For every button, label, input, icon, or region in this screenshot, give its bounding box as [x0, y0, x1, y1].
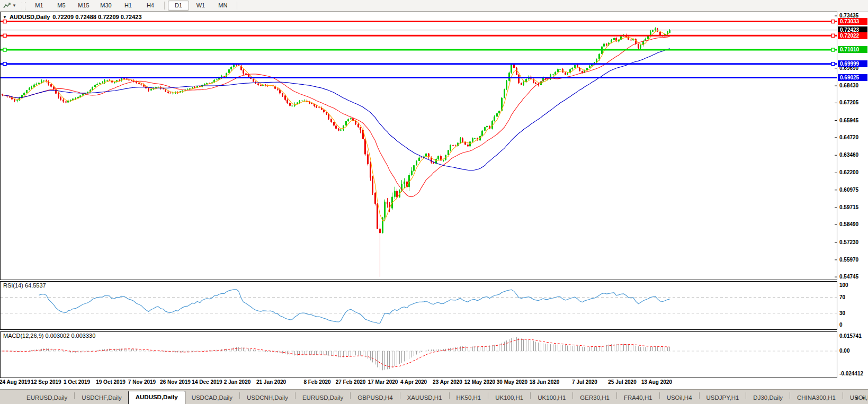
chart-tab-eurusd-daily[interactable]: EURUSD,Daily [296, 392, 350, 404]
chart-tab-dj30-daily[interactable]: DJ30,Daily [747, 392, 789, 404]
timeframe-button-m15[interactable]: M15 [73, 1, 94, 11]
date-tick-label: 12 Sep 2019 [31, 379, 61, 385]
tab-separator [699, 392, 700, 399]
chart-tab-usdjpy-h1[interactable]: USDJPY,H1 [700, 392, 746, 404]
toolbar-separator [164, 2, 165, 10]
time-axis[interactable]: 24 Aug 201912 Sep 20191 Oct 201919 Oct 2… [0, 379, 837, 388]
date-tick-label: 7 Jul 2020 [572, 379, 597, 385]
tab-separator [790, 392, 790, 399]
collapse-triangle-icon[interactable]: ▼ [3, 15, 7, 20]
price-tick-label: 0.63460 [839, 152, 858, 158]
price-tick-label: 0.65945 [839, 118, 858, 123]
price-tick-label: 0.60975 [839, 187, 858, 193]
price-axis[interactable]: 0.734350.696900.684300.672050.659450.647… [837, 0, 868, 389]
timeframe-button-w1[interactable]: W1 [190, 1, 211, 11]
price-tick-label: 0.68430 [839, 83, 858, 88]
price-tick-label: 0.59715 [839, 204, 858, 210]
date-tick-label: 8 Feb 2020 [303, 379, 330, 385]
chevron-down-icon[interactable]: ▼ [12, 3, 16, 8]
timeframe-button-m30[interactable]: M30 [95, 1, 117, 11]
price-tick-label: 0.57230 [839, 239, 858, 245]
chart-tab-bar: EURUSD,DailyUSDCHF,DailyAUDUSD,DailyUSDC… [0, 389, 868, 404]
date-tick-label: 1 Oct 2019 [64, 379, 90, 385]
chart-tab-xauusd-h1[interactable]: XAUUSD,H1 [401, 392, 449, 404]
price-tick-label: 0.64720 [839, 134, 858, 140]
price-tick-label: 0.54745 [839, 274, 858, 280]
hline-price-tag: 0.73033 [838, 18, 867, 25]
toolbar-separator [237, 2, 237, 10]
date-tick-label: 25 Jul 2020 [608, 379, 636, 385]
chart-tab-audusd-daily[interactable]: AUDUSD,Daily [128, 391, 185, 404]
date-tick-label: 17 Mar 2020 [368, 379, 398, 385]
rsi-tick-label: 100 [839, 282, 848, 288]
rsi-tick-label: 30 [839, 310, 845, 316]
chart-cursor-tool-icon[interactable] [2, 2, 12, 10]
trading-terminal-window: ▼ M1M5M15M30H1H4D1W1MN ▼ AUDUSD,Daily 0.… [0, 0, 868, 404]
price-tick-label: 0.58490 [839, 221, 858, 227]
price-chart-canvas[interactable] [0, 0, 837, 378]
chart-tab-usdcad-daily[interactable]: USDCAD,Daily [185, 392, 239, 404]
chart-tab-gbpusd-h4[interactable]: GBPUSD,H4 [351, 392, 399, 404]
date-tick-label: 19 Oct 2019 [96, 379, 126, 385]
tab-separator [239, 392, 240, 399]
tab-separator [400, 392, 400, 399]
chart-tab-eurusd-daily[interactable]: EURUSD,Daily [20, 392, 74, 404]
date-tick-label: 23 Apr 2020 [433, 379, 462, 385]
timeframe-button-m1[interactable]: M1 [29, 1, 50, 11]
timeframe-button-d1[interactable]: D1 [168, 1, 189, 11]
timeframe-button-m5[interactable]: M5 [51, 1, 72, 11]
timeframe-button-mn[interactable]: MN [212, 1, 234, 11]
date-tick-label: 24 Aug 2019 [0, 379, 30, 385]
macd-tick-label: 0.015741 [839, 333, 862, 339]
price-tick-label: 0.62200 [839, 169, 858, 175]
rsi-tick-label: 70 [839, 294, 845, 300]
tab-scroll-right-icon[interactable]: ► [862, 395, 866, 400]
macd-tick-label: 0.00 [839, 348, 849, 354]
chart-symbol-label: AUDUSD,Daily [10, 14, 50, 20]
timeframe-button-h1[interactable]: H1 [118, 1, 139, 11]
hline-price-tag: 0.69025 [838, 74, 867, 81]
chart-tab-usoil-h4[interactable]: USOil,H4 [660, 392, 699, 404]
tab-separator [616, 392, 617, 399]
date-tick-label: 2 Jan 2020 [224, 379, 251, 385]
date-tick-label: 21 Jan 2020 [256, 379, 286, 385]
tab-separator [488, 392, 488, 399]
timeframe-button-h4[interactable]: H4 [140, 1, 161, 11]
chart-tab-hk50-h1[interactable]: HK50,H1 [450, 392, 488, 404]
tab-separator [572, 392, 573, 399]
rsi-indicator-label: RSI(14) 64.5537 [3, 282, 46, 289]
tab-separator [530, 392, 531, 399]
tab-scroll-left-icon[interactable]: ◄ [854, 395, 858, 400]
chart-tab-usdcnh-daily[interactable]: USDCNH,Daily [240, 392, 294, 404]
date-tick-label: 13 Aug 2020 [641, 379, 672, 385]
hline-price-tag: 0.71010 [838, 46, 867, 53]
chart-ohlc-values: 0.72209 0.72488 0.72209 0.72423 [52, 14, 141, 20]
date-tick-label: 7 Nov 2019 [128, 379, 156, 385]
date-tick-label: 14 Dec 2019 [192, 379, 222, 385]
tab-separator [295, 392, 296, 399]
tab-separator [746, 392, 746, 399]
chart-tab-china300-h1[interactable]: CHINA300,H1 [791, 392, 842, 404]
date-tick-label: 26 Nov 2019 [160, 379, 191, 385]
chart-tab-uk100-h1[interactable]: UK100,H1 [489, 392, 530, 404]
tab-separator [449, 392, 450, 399]
date-tick-label: 18 Jun 2020 [530, 379, 560, 385]
price-tick-label: 0.67205 [839, 100, 858, 105]
chart-tab-uk100-h1[interactable]: UK100,H1 [531, 392, 572, 404]
timeframe-toolbar: ▼ M1M5M15M30H1H4D1W1MN [0, 0, 868, 12]
toolbar-grip-handle[interactable] [22, 2, 25, 10]
date-tick-label: 4 Apr 2020 [400, 379, 427, 385]
macd-tick-label: -0.024412 [839, 371, 863, 376]
macd-indicator-label: MACD(12,26,9) 0.003002 0.003330 [3, 333, 95, 339]
rsi-tick-label: 0 [839, 322, 843, 328]
hline-price-tag: 0.72022 [838, 32, 867, 39]
tab-separator [659, 392, 660, 399]
chart-tab-fra40-h1[interactable]: FRA40,H1 [618, 392, 659, 404]
tab-separator [350, 392, 351, 399]
chart-title: ▼ AUDUSD,Daily 0.72209 0.72488 0.72209 0… [3, 14, 142, 20]
chart-tab-usdchf-daily[interactable]: USDCHF,Daily [75, 392, 128, 404]
chart-tab-ger30-h1[interactable]: GER30,H1 [574, 392, 616, 404]
tab-separator [843, 392, 843, 399]
date-tick-label: 12 May 2020 [464, 379, 495, 385]
tab-separator [74, 392, 75, 399]
